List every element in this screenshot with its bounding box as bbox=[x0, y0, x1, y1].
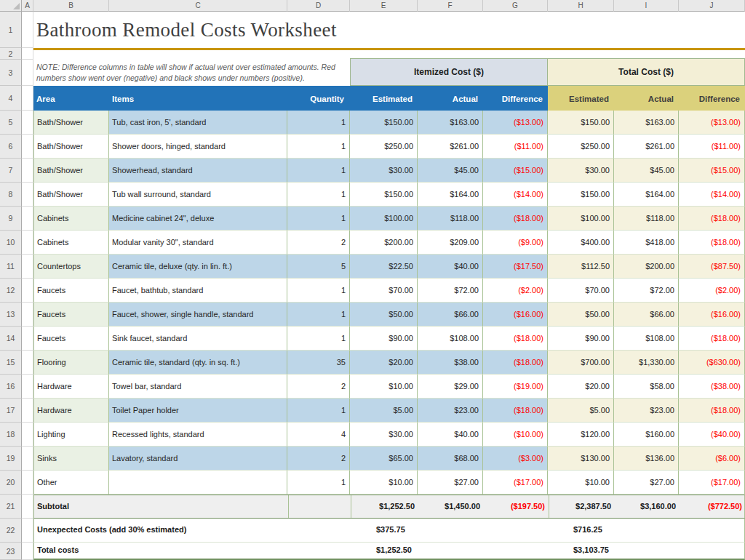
cell-C6[interactable]: Shower doors, hinged, standard bbox=[109, 135, 287, 159]
column-header-C[interactable]: C bbox=[109, 0, 287, 12]
cell-C5[interactable]: Tub, cast iron, 5', standard bbox=[109, 111, 287, 135]
cell-D13[interactable]: 1 bbox=[287, 303, 350, 327]
cell-G11[interactable]: ($17.50) bbox=[483, 255, 548, 279]
cell-B19[interactable]: Sinks bbox=[33, 447, 109, 471]
cell-G18[interactable]: ($10.00) bbox=[483, 423, 548, 447]
cell-G10[interactable]: ($9.00) bbox=[483, 231, 548, 255]
cell-J9[interactable]: ($18.00) bbox=[679, 207, 745, 231]
select-all-corner[interactable] bbox=[0, 0, 22, 12]
cell-H11[interactable]: $112.50 bbox=[548, 255, 614, 279]
unexpected-costs-row[interactable]: Unexpected Costs (add 30% estimated) $37… bbox=[33, 519, 745, 543]
cell-I14[interactable]: $108.00 bbox=[614, 327, 679, 351]
cell-F8[interactable]: $164.00 bbox=[418, 183, 483, 207]
cell-J18[interactable]: ($40.00) bbox=[679, 423, 745, 447]
cell-I18[interactable]: $160.00 bbox=[614, 423, 679, 447]
row-header-17[interactable]: 17 bbox=[0, 399, 22, 423]
cell-B12[interactable]: Faucets bbox=[33, 279, 109, 303]
header-cell-total-estimated[interactable]: Estimated bbox=[548, 86, 609, 111]
cell-C14[interactable]: Sink faucet, standard bbox=[109, 327, 287, 351]
cell-D10[interactable]: 2 bbox=[287, 231, 350, 255]
cell-D15[interactable]: 35 bbox=[287, 351, 350, 375]
total-cost-group-header[interactable]: Total Cost ($) bbox=[547, 58, 745, 86]
row-header-12[interactable]: 12 bbox=[0, 279, 22, 303]
row-header-1[interactable]: 1 bbox=[0, 12, 22, 48]
subtotal-row[interactable]: Subtotal $1,252.50 $1,450.00 ($197.50) $… bbox=[33, 495, 745, 519]
header-cell-itemized-estimated[interactable]: Estimated bbox=[350, 86, 413, 111]
cell-D5[interactable]: 1 bbox=[287, 111, 350, 135]
row-header-18[interactable]: 18 bbox=[0, 423, 22, 447]
cell-G8[interactable]: ($14.00) bbox=[483, 183, 548, 207]
cell-G14[interactable]: ($18.00) bbox=[483, 327, 548, 351]
cell-C16[interactable]: Towel bar, standard bbox=[109, 375, 287, 399]
cell-A20[interactable] bbox=[22, 471, 33, 495]
total-costs-row[interactable]: Total costs $1,252.50 $3,103.75 bbox=[33, 543, 745, 560]
cell-A9[interactable] bbox=[22, 207, 33, 231]
cell-H19[interactable]: $130.00 bbox=[548, 447, 614, 471]
cell-C8[interactable]: Tub wall surround, standard bbox=[109, 183, 287, 207]
row-header-15[interactable]: 15 bbox=[0, 351, 22, 375]
cell-J12[interactable]: ($2.00) bbox=[679, 279, 745, 303]
cell-C11[interactable]: Ceramic tile, deluxe (qty. in lin. ft.) bbox=[109, 255, 287, 279]
row-header-10[interactable]: 10 bbox=[0, 231, 22, 255]
cell-A14[interactable] bbox=[22, 327, 33, 351]
cell-E19[interactable]: $65.00 bbox=[350, 447, 418, 471]
cell-I16[interactable]: $58.00 bbox=[614, 375, 679, 399]
cell-I12[interactable]: $72.00 bbox=[614, 279, 679, 303]
cell-C19[interactable]: Lavatory, standard bbox=[109, 447, 287, 471]
cell-G17[interactable]: ($18.00) bbox=[483, 399, 548, 423]
cell-C20[interactable] bbox=[109, 471, 287, 495]
header-cell-total-actual[interactable]: Actual bbox=[614, 86, 674, 111]
row-header-3[interactable]: 3 bbox=[0, 60, 22, 86]
cell-H17[interactable]: $5.00 bbox=[548, 399, 614, 423]
cell-E12[interactable]: $70.00 bbox=[350, 279, 418, 303]
cell-I17[interactable]: $23.00 bbox=[614, 399, 679, 423]
cell-H12[interactable]: $70.00 bbox=[548, 279, 614, 303]
cell-J7[interactable]: ($15.00) bbox=[679, 159, 745, 183]
cell-C13[interactable]: Faucet, shower, single handle, standard bbox=[109, 303, 287, 327]
cell-E20[interactable]: $10.00 bbox=[350, 471, 418, 495]
cell-J15[interactable]: ($630.00) bbox=[679, 351, 745, 375]
cell-B14[interactable]: Faucets bbox=[33, 327, 109, 351]
cell-C18[interactable]: Recessed lights, standard bbox=[109, 423, 287, 447]
cell-I6[interactable]: $261.00 bbox=[614, 135, 679, 159]
header-cell-itemized-difference[interactable]: Difference bbox=[483, 86, 543, 111]
cell-C10[interactable]: Modular vanity 30", standard bbox=[109, 231, 287, 255]
cell-H6[interactable]: $250.00 bbox=[548, 135, 614, 159]
cell-F16[interactable]: $29.00 bbox=[418, 375, 483, 399]
cell-A22[interactable] bbox=[22, 519, 33, 543]
cell-J14[interactable]: ($18.00) bbox=[679, 327, 745, 351]
cell-B10[interactable]: Cabinets bbox=[33, 231, 109, 255]
cell-F18[interactable]: $40.00 bbox=[418, 423, 483, 447]
row-header-22[interactable]: 22 bbox=[0, 519, 22, 543]
cell-D16[interactable]: 2 bbox=[287, 375, 350, 399]
cell-D6[interactable]: 1 bbox=[287, 135, 350, 159]
cell-B17[interactable]: Hardware bbox=[33, 399, 109, 423]
cell-H5[interactable]: $150.00 bbox=[548, 111, 614, 135]
cell-E10[interactable]: $200.00 bbox=[350, 231, 418, 255]
cell-H7[interactable]: $30.00 bbox=[548, 159, 614, 183]
cell-D18[interactable]: 4 bbox=[287, 423, 350, 447]
column-header-D[interactable]: D bbox=[287, 0, 350, 12]
column-header-J[interactable]: J bbox=[679, 0, 745, 12]
cell-F7[interactable]: $45.00 bbox=[418, 159, 483, 183]
cell-J8[interactable]: ($14.00) bbox=[679, 183, 745, 207]
cell-D7[interactable]: 1 bbox=[287, 159, 350, 183]
cell-A8[interactable] bbox=[22, 183, 33, 207]
cell-B13[interactable]: Faucets bbox=[33, 303, 109, 327]
cell-B15[interactable]: Flooring bbox=[33, 351, 109, 375]
cell-F10[interactable]: $209.00 bbox=[418, 231, 483, 255]
cell-A12[interactable] bbox=[22, 279, 33, 303]
cell-D14[interactable]: 1 bbox=[287, 327, 350, 351]
column-header-I[interactable]: I bbox=[614, 0, 679, 12]
cell-E11[interactable]: $22.50 bbox=[350, 255, 418, 279]
row-header-7[interactable]: 7 bbox=[0, 159, 22, 183]
cell-A15[interactable] bbox=[22, 351, 33, 375]
cell-B16[interactable]: Hardware bbox=[33, 375, 109, 399]
cell-F13[interactable]: $66.00 bbox=[418, 303, 483, 327]
cell-B11[interactable]: Countertops bbox=[33, 255, 109, 279]
cell-J19[interactable]: ($6.00) bbox=[679, 447, 745, 471]
cell-A16[interactable] bbox=[22, 375, 33, 399]
cell-F15[interactable]: $38.00 bbox=[418, 351, 483, 375]
cell-A18[interactable] bbox=[22, 423, 33, 447]
cell-A7[interactable] bbox=[22, 159, 33, 183]
